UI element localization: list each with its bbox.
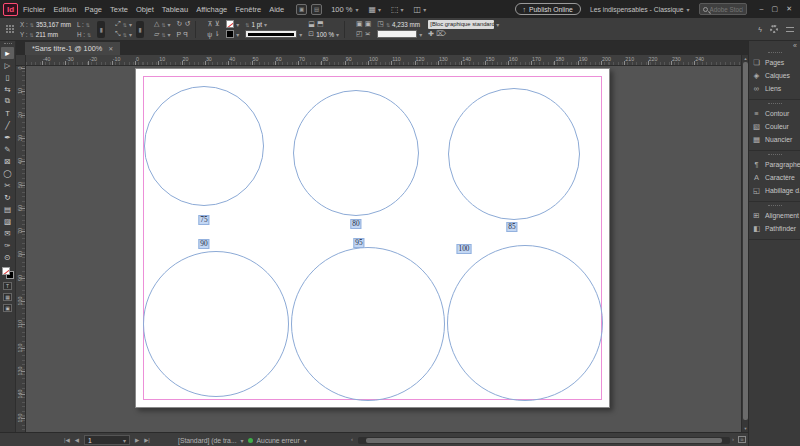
scissors-tool[interactable]: ✂	[1, 179, 14, 191]
direct-selection-tool[interactable]: ▷	[1, 59, 14, 71]
panel-menu-icon[interactable]	[786, 27, 794, 32]
rectangle-frame-tool[interactable]: ⊠	[1, 155, 14, 167]
style-override-icon[interactable]: ✚	[428, 30, 434, 38]
apply-formatting-text-icon[interactable]: T	[3, 282, 12, 290]
preflight-profile-dropdown[interactable]: [Standard] (de tra...	[178, 437, 237, 444]
stepper-icon[interactable]	[30, 21, 34, 28]
menu-texte[interactable]: Texte	[110, 5, 128, 14]
arrange-documents-dropdown[interactable]: ◫	[414, 5, 427, 14]
stroke-weight-field[interactable]: 1 pt	[251, 21, 262, 28]
chevron-down-icon[interactable]	[129, 31, 132, 38]
panel-grip[interactable]	[768, 205, 782, 206]
object-style-dropdown[interactable]: [Bloc graphique standard]	[428, 20, 494, 29]
rotate-ccw-icon[interactable]: ↺	[184, 20, 190, 28]
stroke-style-dropdown[interactable]	[245, 30, 297, 38]
constrain-scale-toggle[interactable]: ▮	[136, 21, 144, 38]
diameter-label-80[interactable]: 80	[350, 219, 361, 229]
corner-shape-dropdown[interactable]	[377, 30, 417, 38]
bridge-icon[interactable]: ▣	[296, 4, 307, 15]
select-container-icon[interactable]: ⊼	[207, 20, 212, 28]
fill-color-none-swatch[interactable]	[2, 267, 10, 275]
content-collector-tool[interactable]: ⧉	[1, 95, 14, 107]
circle-frame-90[interactable]	[143, 251, 289, 397]
stroke-swatch[interactable]	[226, 30, 234, 38]
pen-tool[interactable]: ✒	[1, 131, 14, 143]
stepper-icon[interactable]	[86, 21, 90, 28]
maximize-button[interactable]: ▢	[772, 5, 779, 13]
chevron-down-icon[interactable]	[129, 21, 132, 28]
chevron-down-icon[interactable]	[264, 21, 267, 28]
menu-objet[interactable]: Objet	[136, 5, 154, 14]
rotate-cw-icon[interactable]: ↻	[177, 20, 183, 28]
panel-button-pathfinder[interactable]: ◧Pathfinder	[749, 222, 800, 235]
panel-button-habillage[interactable]: ◱Habillage d...	[749, 184, 800, 197]
panel-button-nuancier[interactable]: ▦Nuancier	[749, 133, 800, 146]
type-tool[interactable]: T	[1, 107, 14, 119]
diameter-label-75[interactable]: 75	[198, 215, 209, 225]
panel-button-caractere[interactable]: ACaractère	[749, 171, 800, 184]
zoom-tool[interactable]: ⊙	[1, 251, 14, 263]
view-options-dropdown[interactable]: ▦	[368, 5, 381, 14]
chevron-down-icon[interactable]	[419, 31, 422, 38]
horizontal-scroll-thumb[interactable]	[366, 438, 722, 443]
y-position-field[interactable]: 211 mm	[36, 31, 58, 38]
last-page-icon[interactable]: ▶|	[144, 437, 150, 443]
select-previous-icon[interactable]: ψ	[207, 31, 212, 38]
x-position-field[interactable]: 353,167 mm	[36, 21, 71, 28]
diameter-label-100[interactable]: 100	[457, 244, 472, 254]
constrain-proportions-toggle[interactable]: ▮	[97, 21, 105, 38]
menu-edition[interactable]: Edition	[54, 5, 77, 14]
close-button[interactable]: ✕	[786, 5, 792, 13]
line-tool[interactable]: ╱	[1, 119, 14, 131]
chevron-down-icon[interactable]	[168, 21, 171, 28]
stepper-icon[interactable]	[30, 31, 34, 38]
wrap-bounding-icon[interactable]: ▣	[365, 20, 372, 28]
menu-affichage[interactable]: Affichage	[196, 5, 227, 14]
previous-page-icon[interactable]: ◀	[75, 437, 79, 443]
panel-button-paragraphe[interactable]: ¶Paragraphe	[749, 158, 800, 171]
screen-mode-dropdown[interactable]: ⬚	[391, 5, 404, 14]
vertical-ruler[interactable]: 0102030405060708090100110120130140150	[16, 66, 26, 432]
page-number-dropdown[interactable]: 1	[84, 435, 130, 445]
diameter-label-85[interactable]: 85	[506, 222, 517, 232]
apply-formatting-container-icon[interactable]: ▦	[3, 293, 12, 301]
screen-mode-normal-icon[interactable]: ▣	[3, 304, 12, 312]
panel-button-contour[interactable]: ≡Contour	[749, 107, 800, 120]
chevron-down-icon[interactable]	[168, 31, 171, 38]
pencil-tool[interactable]: ✎	[1, 143, 14, 155]
select-next-icon[interactable]: ⇂	[214, 30, 220, 38]
gap-tool[interactable]: ⇆	[1, 83, 14, 95]
stepper-icon[interactable]	[161, 31, 165, 38]
ruler-origin-corner[interactable]	[16, 55, 26, 66]
fill-swatch-none[interactable]	[226, 20, 234, 28]
stepper-icon[interactable]	[245, 21, 249, 28]
adobe-stock-search[interactable]	[699, 3, 747, 15]
stock-app-icon[interactable]: ▤	[311, 4, 322, 15]
clear-override-icon[interactable]: ⌦	[436, 30, 446, 38]
corner-radius-field[interactable]: 4,233 mm	[392, 21, 420, 28]
close-tab-icon[interactable]: ✕	[108, 45, 113, 52]
reference-point-proxy[interactable]	[5, 25, 14, 34]
selection-tool[interactable]: ►	[1, 47, 14, 59]
quick-apply-icon[interactable]: ϟ	[758, 26, 762, 33]
diameter-label-95[interactable]: 95	[353, 238, 364, 248]
panel-grip[interactable]	[768, 103, 782, 104]
circle-frame-95[interactable]	[291, 247, 445, 401]
workspace-switcher[interactable]: Les indispensables - Classique	[590, 6, 690, 13]
publish-online-button[interactable]: Publish Online	[515, 3, 581, 15]
circle-frame-75[interactable]	[144, 86, 264, 206]
circle-frame-85[interactable]	[448, 88, 580, 220]
resize-grip-icon[interactable]: ⧉	[738, 436, 746, 443]
menu-fentre[interactable]: Fenêtre	[235, 5, 261, 14]
panel-grip[interactable]	[768, 154, 782, 155]
menu-aide[interactable]: Aide	[269, 5, 284, 14]
chevron-down-icon[interactable]	[236, 31, 239, 38]
chevron-down-icon[interactable]	[236, 21, 239, 28]
collapse-panels-icon[interactable]: «	[793, 42, 797, 49]
document-canvas[interactable]: 7580859095100	[26, 66, 741, 432]
circle-frame-80[interactable]	[293, 90, 419, 216]
chevron-down-icon[interactable]	[304, 437, 307, 444]
diameter-label-90[interactable]: 90	[198, 239, 209, 249]
wrap-shape-icon[interactable]: ◰	[356, 30, 363, 38]
opacity-field[interactable]: 100 %	[316, 31, 334, 38]
